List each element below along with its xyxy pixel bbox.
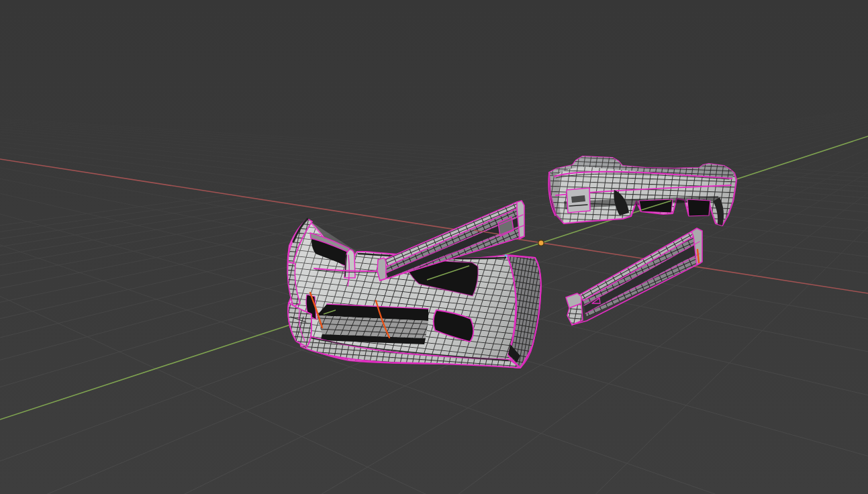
viewport-stage (0, 0, 868, 494)
object-origin-point[interactable] (538, 240, 544, 246)
viewport-canvas[interactable] (0, 0, 868, 494)
